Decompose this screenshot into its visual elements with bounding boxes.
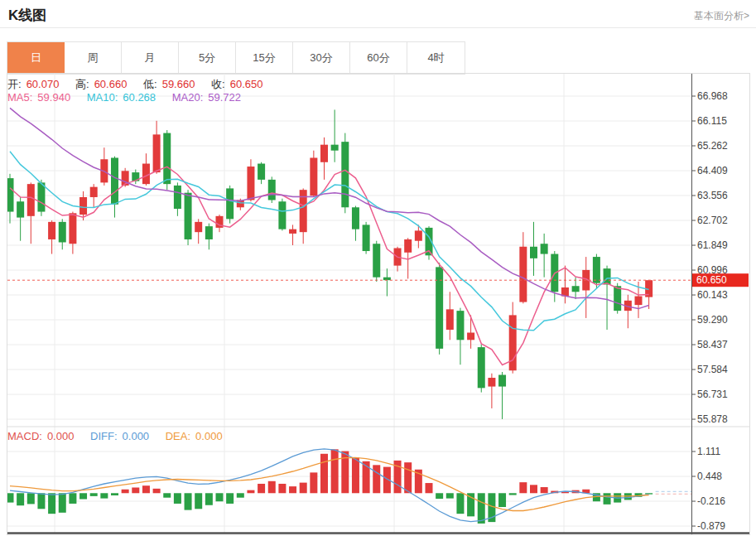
open-value: 60.070 [26, 78, 60, 90]
tab-60min[interactable]: 60分 [350, 42, 407, 74]
svg-text:56.731: 56.731 [697, 389, 728, 400]
ma10-value: 60.268 [123, 91, 156, 104]
close-value: 60.650 [230, 78, 263, 90]
diff-label: DIFF: [90, 430, 118, 442]
header-divider [0, 27, 756, 28]
svg-text:65.262: 65.262 [697, 140, 728, 152]
ohlc-legend: 开:60.070 高:60.660 低:59.660 收:60.650 [7, 77, 267, 92]
macd-value: 0.000 [47, 430, 75, 442]
dea-value: 0.000 [195, 430, 223, 442]
ma20-value: 59.722 [208, 91, 241, 104]
ma5-value: 59.940 [37, 91, 70, 104]
svg-text:1.111: 1.111 [697, 446, 721, 457]
tab-week[interactable]: 周 [65, 42, 122, 74]
svg-text:59.290: 59.290 [697, 314, 728, 326]
svg-text:55.878: 55.878 [697, 413, 728, 425]
svg-text:62.702: 62.702 [697, 215, 728, 226]
svg-text:63.556: 63.556 [697, 190, 728, 201]
svg-text:57.584: 57.584 [697, 364, 728, 375]
ma20-label: MA20: [172, 91, 204, 104]
dea-label: DEA: [166, 430, 190, 442]
tab-30min[interactable]: 30分 [293, 42, 350, 74]
ma10-label: MA10: [87, 91, 118, 104]
diff-value: 0.000 [123, 430, 150, 442]
high-label: 高: [75, 78, 89, 90]
high-value: 60.660 [94, 78, 128, 90]
tab-month[interactable]: 月 [122, 42, 179, 74]
tab-4hour[interactable]: 4时 [407, 42, 465, 74]
macd-legend: MACD:0.000 DIFF:0.000 DEA:0.000 [7, 430, 228, 442]
svg-text:66.968: 66.968 [697, 90, 728, 102]
svg-text:61.849: 61.849 [697, 239, 728, 251]
ma-legend: MA5:59.940 MA10:60.268 MA20:59.722 [7, 91, 246, 104]
tab-5min[interactable]: 5分 [179, 42, 236, 74]
open-label: 开: [7, 78, 22, 90]
svg-text:60.143: 60.143 [697, 289, 728, 301]
svg-text:64.409: 64.409 [697, 165, 728, 176]
tab-15min[interactable]: 15分 [236, 42, 293, 74]
macd-label: MACD: [7, 430, 42, 442]
low-label: 低: [143, 78, 157, 90]
ma5-label: MA5: [7, 91, 32, 104]
page-title: K线图 [8, 6, 46, 25]
svg-text:58.437: 58.437 [697, 339, 728, 350]
svg-text:-0.879: -0.879 [697, 520, 725, 532]
low-value: 59.660 [162, 78, 195, 90]
fundamental-analysis-link[interactable]: 基本面分析> [694, 9, 749, 23]
timeframe-tabs: 日 周 月 5分 15分 30分 60分 4时 [7, 41, 465, 75]
tab-day[interactable]: 日 [7, 42, 65, 74]
svg-text:-0.216: -0.216 [697, 495, 725, 507]
chart-canvas[interactable]: 66.96866.11565.26264.40963.55662.70261.8… [7, 74, 749, 534]
close-label: 收: [211, 78, 225, 90]
current-price-tag: 60.650 [696, 274, 727, 286]
svg-text:66.115: 66.115 [697, 115, 727, 127]
svg-text:0.448: 0.448 [697, 471, 722, 482]
